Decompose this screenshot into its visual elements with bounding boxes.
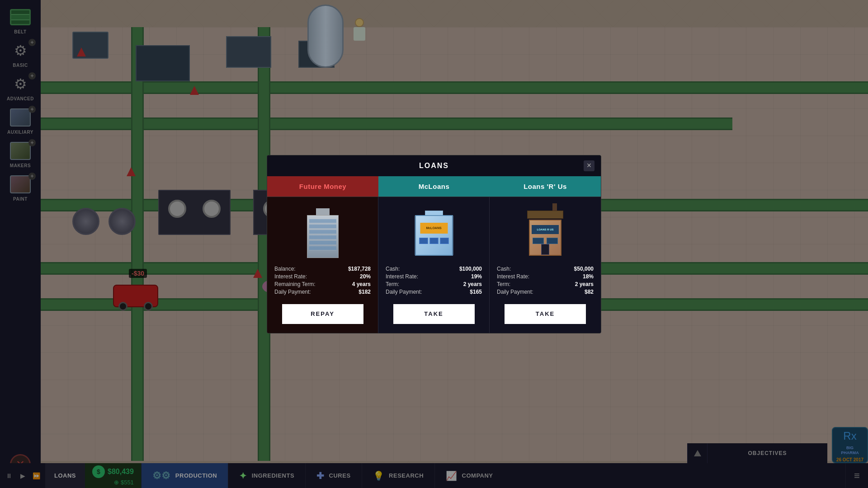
cash-label-2: Cash:: [386, 266, 400, 272]
info-row-term-3: Term: 2 years: [497, 281, 594, 287]
b2-win-3: [440, 238, 448, 244]
tab-mcloans[interactable]: McLoans: [378, 176, 490, 197]
term-label-2: Term:: [386, 281, 399, 287]
take-loans-r-us-button[interactable]: TAKE: [505, 304, 586, 324]
info-row-cash-3: Cash: $50,000: [497, 266, 594, 272]
mcloans-building: McLOANS: [407, 206, 461, 260]
daily-label-1: Daily Payment:: [274, 289, 311, 295]
shop-building-icon: LOANS R US: [527, 211, 563, 256]
info-row-term-2: Term: 2 years: [386, 281, 482, 287]
future-money-info: Balance: $187,728 Interest Rate: 20% Rem…: [274, 266, 371, 295]
term-value-3: 2 years: [575, 281, 594, 287]
b3-main: LOANS R US: [529, 220, 561, 256]
info-row-term: Remaining Term: 4 years: [274, 281, 371, 287]
panel-loans-r-us: LOANS R US Cash: $50,000: [490, 197, 601, 333]
b2-win-2: [429, 238, 438, 244]
loans-r-us-info: Cash: $50,000 Interest Rate: 18% Term: 2…: [497, 266, 594, 295]
loans-modal: LOANS × Future Money McLoans Loans 'R' U…: [267, 155, 601, 333]
tab-future-money[interactable]: Future Money: [267, 176, 378, 197]
cash-value-3: $50,000: [574, 266, 594, 272]
loan-tabs: Future Money McLoans Loans 'R' Us: [267, 176, 601, 197]
interest-value-3: 18%: [583, 273, 594, 280]
take-mcloans-button[interactable]: TAKE: [393, 304, 475, 324]
modal-title: LOANS: [419, 162, 449, 170]
info-row-daily: Daily Payment: $182: [274, 289, 371, 295]
panel-future-money: Balance: $187,728 Interest Rate: 20% Rem…: [267, 197, 378, 333]
daily-value-2: $165: [470, 289, 482, 295]
interest-value-1: 20%: [360, 273, 371, 280]
b2-main: McLOANS: [415, 215, 453, 256]
b3-door: [541, 244, 549, 255]
b3-win-2: [547, 238, 558, 244]
term-label-1: Remaining Term:: [274, 281, 315, 287]
b2-sign: McLOANS: [420, 223, 448, 234]
loans-r-us-building: LOANS R US: [518, 206, 572, 260]
b3-windows: [533, 238, 558, 244]
loan-panels: Balance: $187,728 Interest Rate: 20% Rem…: [267, 197, 601, 333]
info-row-daily-2: Daily Payment: $165: [386, 289, 482, 295]
skyscraper-icon: [305, 208, 341, 258]
info-row-daily-3: Daily Payment: $82: [497, 289, 594, 295]
mcloans-info: Cash: $100,000 Interest Rate: 19% Term: …: [386, 266, 482, 295]
future-money-building: [296, 206, 350, 260]
interest-value-2: 19%: [471, 273, 482, 280]
cash-value-2: $100,000: [459, 266, 482, 272]
info-row-cash-2: Cash: $100,000: [386, 266, 482, 272]
daily-label-2: Daily Payment:: [386, 289, 422, 295]
info-row-interest: Interest Rate: 20%: [274, 273, 371, 280]
mcloans-building-icon: McLOANS: [414, 211, 454, 256]
daily-value-3: $82: [585, 289, 594, 295]
interest-label-3: Interest Rate:: [497, 273, 529, 280]
balance-value: $187,728: [348, 266, 371, 272]
interest-label-1: Interest Rate:: [274, 273, 307, 280]
tab-loans-r-us[interactable]: Loans 'R' Us: [490, 176, 601, 197]
cash-label-3: Cash:: [497, 266, 511, 272]
panel-mcloans: McLOANS Cash: $100,000: [378, 197, 490, 333]
info-row-balance: Balance: $187,728: [274, 266, 371, 272]
modal-header: LOANS ×: [267, 155, 601, 176]
b3-sign: LOANS R US: [532, 225, 559, 234]
b2-win-1: [419, 238, 428, 244]
b3-win-1: [533, 238, 544, 244]
info-row-interest-2: Interest Rate: 19%: [386, 273, 482, 280]
building1-tower: [307, 215, 339, 258]
term-value-2: 2 years: [463, 281, 482, 287]
info-row-interest-3: Interest Rate: 18%: [497, 273, 594, 280]
balance-label: Balance:: [274, 266, 296, 272]
b2-windows: [419, 238, 448, 244]
modal-close-button[interactable]: ×: [584, 160, 594, 171]
term-label-3: Term:: [497, 281, 510, 287]
term-value-1: 4 years: [352, 281, 371, 287]
modal-overlay: LOANS × Future Money McLoans Loans 'R' U…: [0, 0, 868, 488]
interest-label-2: Interest Rate:: [386, 273, 418, 280]
daily-value-1: $182: [359, 289, 371, 295]
repay-button[interactable]: REPAY: [282, 304, 363, 324]
b3-roof: [527, 211, 563, 219]
daily-label-3: Daily Payment:: [497, 289, 533, 295]
